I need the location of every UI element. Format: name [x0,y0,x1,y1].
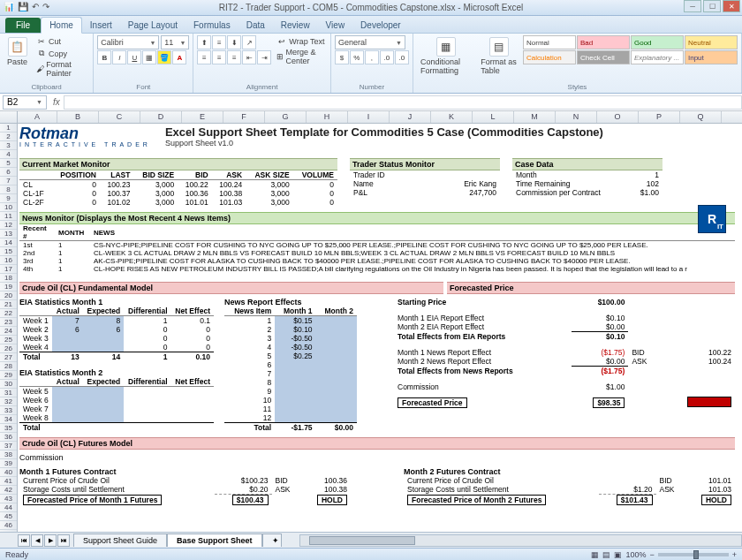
style-checkcell[interactable]: Check Cell [577,50,630,64]
col-header[interactable]: E [182,111,223,123]
number-format-dropdown[interactable]: General▼ [335,35,405,49]
row-header[interactable]: 19 [0,283,17,291]
row-header[interactable]: 10 [0,203,17,212]
format-as-table-button[interactable]: ▤Format as Table [477,35,520,77]
row-header[interactable]: 4 [0,150,17,159]
row-header[interactable]: 12 [0,221,17,230]
border-button[interactable]: ▦ [142,50,156,64]
minimize-button[interactable]: ─ [684,0,701,12]
tab-page-layout[interactable]: Page Layout [120,18,186,33]
sheet-tab-base[interactable]: Base Support Sheet [167,534,262,547]
formula-input[interactable] [64,95,742,110]
tab-home[interactable]: Home [41,17,82,34]
col-header[interactable]: A [18,111,57,123]
row-header[interactable]: 20 [0,291,17,300]
row-header[interactable]: 23 [0,318,17,327]
indent-inc-button[interactable]: ⇥ [257,50,271,64]
col-header[interactable]: N [556,111,597,123]
tab-view[interactable]: View [318,18,353,33]
indent-dec-button[interactable]: ⇤ [242,50,256,64]
view-layout-icon[interactable]: ▤ [602,550,610,559]
row-header[interactable]: 2 [0,132,17,141]
cell-styles-gallery[interactable]: Normal Bad Good Neutral Calculation Chec… [523,35,738,64]
font-family-dropdown[interactable]: Calibri▼ [97,35,159,49]
col-header[interactable]: F [223,111,265,123]
row-header[interactable]: 39 [0,459,17,468]
column-headers[interactable]: A B C D E F G H I J K L M N O P Q [0,111,742,124]
row-header[interactable]: 24 [0,327,17,336]
format-painter-button[interactable]: 🖌Format Painter [34,60,89,78]
italic-button[interactable]: I [112,50,126,64]
col-header[interactable]: B [57,111,99,123]
style-explanatory[interactable]: Explanatory ... [631,50,684,64]
sheet-nav-last[interactable]: ⏭ [57,534,70,547]
currency-button[interactable]: $ [335,50,349,64]
row-header[interactable]: 41 [0,477,17,486]
col-header[interactable]: P [639,111,680,123]
row-header[interactable]: 44 [0,503,17,512]
dec-decimal-button[interactable]: .0 [395,50,409,64]
font-color-button[interactable]: A [172,50,186,64]
scroll-thumb[interactable] [309,536,415,545]
row-header[interactable]: 13 [0,230,17,238]
paste-button[interactable]: 📋Paste [4,35,31,68]
row-header[interactable]: 22 [0,309,17,318]
row-header[interactable]: 46 [0,521,17,530]
col-header[interactable]: H [307,111,348,123]
sheet-tab-guide[interactable]: Support Sheet Guide [73,534,167,547]
orientation-button[interactable]: ↗ [242,35,256,49]
row-header[interactable]: 27 [0,353,17,362]
font-size-dropdown[interactable]: 11▼ [161,35,189,49]
horizontal-scrollbar[interactable] [299,534,742,547]
zoom-level[interactable]: 100% [625,550,646,559]
align-right-button[interactable]: ≡ [227,50,241,64]
row-header[interactable]: 21 [0,300,17,309]
style-good[interactable]: Good [631,35,684,49]
row-header[interactable]: 6 [0,168,17,177]
wrap-text-button[interactable]: ↩Wrap Text [274,35,327,47]
style-calculation[interactable]: Calculation [523,50,576,64]
fx-icon[interactable]: fx [53,97,60,107]
underline-button[interactable]: U [127,50,141,64]
close-button[interactable]: ✕ [723,0,740,12]
tab-file[interactable]: File [5,18,41,33]
row-header[interactable]: 43 [0,495,17,503]
row-header[interactable]: 42 [0,486,17,495]
style-normal[interactable]: Normal [523,35,576,49]
bold-button[interactable]: B [97,50,111,64]
col-header[interactable]: I [348,111,390,123]
row-header[interactable]: 5 [0,159,17,168]
cut-button[interactable]: ✂Cut [34,35,89,47]
tab-data[interactable]: Data [238,18,273,33]
row-header[interactable]: 32 [0,397,17,406]
align-middle-button[interactable]: ≡ [212,35,226,49]
tab-formulas[interactable]: Formulas [186,18,238,33]
row-header[interactable]: 15 [0,247,17,256]
zoom-in-button[interactable]: + [732,550,737,559]
select-all-corner[interactable] [0,111,18,123]
worksheet[interactable]: A B C D E F G H I J K L M N O P Q 123456… [0,111,742,542]
col-header[interactable]: K [431,111,473,123]
row-header[interactable]: 35 [0,424,17,433]
row-header[interactable]: 34 [0,415,17,424]
align-top-button[interactable]: ⬆ [197,35,211,49]
row-header[interactable]: 14 [0,238,17,247]
view-break-icon[interactable]: ▣ [614,550,622,559]
percent-button[interactable]: % [350,50,364,64]
sheet-nav-next[interactable]: ▶ [44,534,57,547]
redo-icon[interactable]: ↷ [42,2,49,11]
row-header[interactable]: 40 [0,468,17,477]
style-neutral[interactable]: Neutral [685,35,738,49]
col-header[interactable]: J [390,111,431,123]
row-header[interactable]: 28 [0,362,17,371]
row-header[interactable]: 1 [0,124,17,132]
row-header[interactable]: 36 [0,433,17,442]
undo-icon[interactable]: ↶ [32,2,39,11]
row-headers[interactable]: 1234567891011121314151617181920212223242… [0,124,18,542]
sheet-nav-prev[interactable]: ◀ [31,534,43,547]
col-header[interactable]: L [473,111,514,123]
style-bad[interactable]: Bad [577,35,630,49]
col-header[interactable]: C [99,111,140,123]
merge-center-button[interactable]: ⊞Merge & Center [274,48,327,65]
inc-decimal-button[interactable]: .0 [380,50,394,64]
